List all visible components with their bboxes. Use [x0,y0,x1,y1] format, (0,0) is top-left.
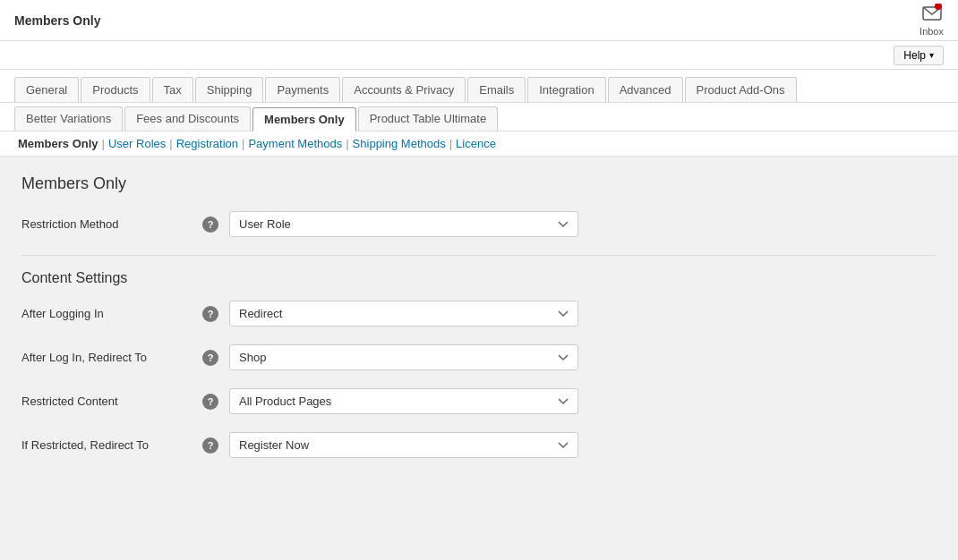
main-nav: GeneralProductsTaxShippingPaymentsAccoun… [0,70,958,103]
breadcrumb-item-registration[interactable]: Registration [176,137,238,150]
section-title: Members Only [21,174,937,193]
after-logging-in-help-icon[interactable]: ? [202,306,218,322]
restricted-content-select[interactable]: All Product PagesShopSpecific ProductsSp… [229,388,578,414]
breadcrumb-item-licence[interactable]: Licence [456,137,496,150]
restricted-content-label: Restricted Content [21,395,192,408]
top-bar-right: Inbox [920,4,944,37]
main-tab-products[interactable]: Products [81,77,150,102]
restriction-method-select[interactable]: User RoleMembership PlanBoth [229,211,578,237]
breadcrumb-separator: | [102,137,105,150]
if-restricted-redirect-to-label: If Restricted, Redirect To [21,438,192,452]
restriction-method-label: Restriction Method [21,217,192,231]
if-restricted-redirect-to-row: If Restricted, Redirect To ? Register No… [21,432,937,458]
main-tab-payments[interactable]: Payments [265,77,340,102]
restricted-content-row: Restricted Content ? All Product PagesSh… [21,388,937,414]
main-tab-tax[interactable]: Tax [152,77,193,102]
content-settings-title: Content Settings [21,270,937,286]
after-log-in-redirect-to-select[interactable]: ShopHomeAccountCartCheckout [229,344,578,370]
breadcrumb-item-user-roles[interactable]: User Roles [108,137,166,150]
top-bar: Members Only Inbox [0,0,958,41]
sub-tab-better-variations[interactable]: Better Variations [14,106,123,131]
sub-tab-product-table-ultimate[interactable]: Product Table Ultimate [358,106,499,131]
inbox-label: Inbox [920,26,944,37]
breadcrumb-separator: | [169,137,172,150]
breadcrumb-separator: | [449,137,452,150]
main-tab-general[interactable]: General [14,77,79,102]
help-button[interactable]: Help ▾ [894,46,944,65]
help-bar: Help ▾ [0,41,958,70]
after-logging-in-row: After Logging In ? RedirectStay on PageG… [21,301,937,327]
page-title-topbar: Members Only [14,13,100,28]
content-area: Members Only Restriction Method ? User R… [0,157,958,494]
after-log-in-redirect-to-label: After Log In, Redirect To [21,351,192,364]
main-tab-integration[interactable]: Integration [527,77,605,102]
after-log-in-redirect-to-help-icon[interactable]: ? [202,350,218,366]
if-restricted-redirect-to-help-icon[interactable]: ? [202,437,218,454]
divider-1 [21,255,937,256]
sub-tab-members-only[interactable]: Members Only [252,107,356,132]
restriction-method-help-icon[interactable]: ? [202,216,218,233]
breadcrumb-separator: | [242,137,244,150]
main-tab-product-add-ons[interactable]: Product Add-Ons [685,77,797,102]
help-label: Help [903,49,926,62]
breadcrumb: Members Only | User Roles | Registration… [0,132,958,157]
restricted-content-help-icon[interactable]: ? [202,394,218,410]
if-restricted-redirect-to-select[interactable]: Register NowLogin PageHomeShop [229,432,578,458]
main-tab-emails[interactable]: Emails [467,77,526,102]
main-tab-advanced[interactable]: Advanced [608,77,683,102]
help-chevron-icon: ▾ [929,50,934,60]
breadcrumb-separator: | [346,137,348,150]
restriction-method-row: Restriction Method ? User RoleMembership… [21,211,937,237]
sub-nav: Better VariationsFees and DiscountsMembe… [0,103,958,132]
sub-tab-fees-and-discounts[interactable]: Fees and Discounts [124,106,251,131]
breadcrumb-item-payment-methods[interactable]: Payment Methods [248,137,342,150]
after-logging-in-select[interactable]: RedirectStay on PageGo to Account [229,301,578,327]
breadcrumb-item-members-only: Members Only [18,137,98,150]
breadcrumb-item-shipping-methods[interactable]: Shipping Methods [353,137,446,150]
inbox-button[interactable]: Inbox [920,4,944,37]
main-tab-accounts-privacy[interactable]: Accounts & Privacy [342,77,466,102]
main-tab-shipping[interactable]: Shipping [195,77,264,102]
after-log-in-redirect-to-row: After Log In, Redirect To ? ShopHomeAcco… [21,344,937,370]
inbox-icon [922,4,942,21]
after-logging-in-label: After Logging In [21,307,192,320]
